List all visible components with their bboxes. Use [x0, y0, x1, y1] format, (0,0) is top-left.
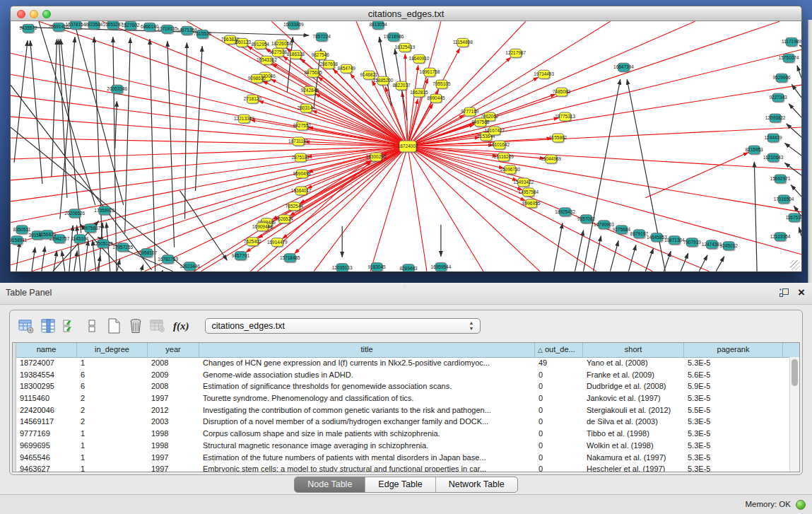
cell-in_degree[interactable]: 1 — [77, 428, 148, 440]
cell-in_degree[interactable]: 6 — [77, 380, 148, 392]
teal-node[interactable]: 20206526 — [64, 209, 85, 218]
teal-node[interactable]: 1527602 — [122, 21, 140, 30]
yellow-node[interactable]: 8822037 — [392, 81, 411, 90]
black-edge[interactable] — [69, 226, 73, 271]
cell-name[interactable]: 22420046 — [16, 404, 77, 416]
cell-title[interactable]: Corpus callosum shape and size in male p… — [199, 428, 535, 440]
float-panel-icon[interactable] — [779, 288, 789, 298]
black-edge[interactable] — [645, 248, 653, 271]
black-edge[interactable] — [594, 236, 601, 271]
teal-node[interactable]: 20053346 — [107, 85, 127, 94]
cell-short[interactable]: Franke et al. (2009) — [583, 369, 684, 381]
teal-node[interactable]: 7857224 — [313, 33, 331, 42]
black-edge[interactable] — [60, 37, 75, 219]
delete-icon[interactable] — [126, 317, 145, 335]
yellow-node[interactable]: 12213349 — [234, 115, 254, 124]
teal-node[interactable]: 16782759 — [158, 255, 178, 264]
column-header-title[interactable]: title — [199, 343, 535, 357]
stacked-rows-icon[interactable] — [83, 317, 101, 335]
black-edge[interactable] — [180, 191, 228, 260]
yellow-node[interactable]: 15044989 — [541, 155, 561, 164]
cell-title[interactable]: Investigating the contribution of common… — [199, 404, 535, 416]
cell-year[interactable]: 2008 — [148, 380, 199, 392]
black-edge[interactable] — [554, 223, 563, 271]
teal-node[interactable]: 9435572 — [19, 24, 37, 33]
teal-node[interactable]: 8679197 — [630, 230, 649, 239]
cell-in_degree[interactable]: 1 — [77, 357, 148, 369]
column-header-pagerank[interactable]: pagerank — [684, 343, 783, 357]
cell-year[interactable]: 1997 — [148, 452, 199, 464]
teal-node[interactable]: 7907919 — [683, 238, 702, 247]
yellow-node[interactable]: 18640910 — [409, 54, 430, 64]
red-edge[interactable] — [258, 146, 408, 238]
teal-node[interactable]: 30975887 — [80, 224, 100, 233]
yellow-node[interactable]: 16914479 — [267, 238, 288, 247]
cell-title[interactable]: Estimation of significance thresholds fo… — [199, 380, 535, 392]
cell-year[interactable]: 1997 — [148, 463, 199, 472]
yellow-node[interactable]: 8186328 — [287, 50, 305, 59]
teal-node[interactable]: 8813054 — [369, 21, 387, 30]
cell-in_degree[interactable]: 1 — [77, 463, 148, 472]
close-panel-icon[interactable]: × — [798, 286, 805, 299]
cell-pagerank[interactable]: 5.3E-5 — [684, 452, 783, 464]
red-edge[interactable] — [408, 146, 427, 271]
yellow-node[interactable]: 9242848 — [301, 86, 319, 95]
teal-node[interactable]: 8289443 — [399, 264, 418, 271]
scrollbar-thumb[interactable] — [792, 359, 798, 386]
column-header-year[interactable]: year — [148, 343, 199, 357]
cell-year[interactable]: 2008 — [148, 357, 199, 369]
cell-out_de[interactable]: 0 — [535, 369, 583, 381]
teal-node[interactable]: 12923446 — [180, 262, 200, 271]
cell-in_degree[interactable]: 2 — [77, 404, 148, 416]
teal-node[interactable]: 12035133 — [332, 264, 353, 271]
teal-node[interactable]: 16790903 — [594, 221, 614, 230]
yellow-node[interactable]: 18731181 — [288, 137, 309, 146]
function-builder-icon[interactable]: f(x) — [173, 320, 189, 332]
cell-out_de[interactable]: 0 — [535, 380, 583, 392]
cell-short[interactable]: de Silva et al. (2003) — [583, 416, 684, 428]
black-edge[interactable] — [32, 247, 35, 271]
black-edge[interactable] — [792, 84, 801, 98]
yellow-node[interactable]: 14957584 — [518, 188, 539, 197]
teal-node[interactable]: 19218986 — [384, 33, 404, 42]
black-edge[interactable] — [784, 143, 801, 156]
yellow-node[interactable]: 9526524 — [276, 215, 294, 224]
black-edge[interactable] — [789, 104, 801, 117]
tab-node-table[interactable]: Node Table — [295, 477, 365, 492]
teal-node[interactable]: 12093822 — [765, 114, 786, 123]
black-edge[interactable] — [754, 162, 757, 271]
cell-name[interactable]: 9465546 — [16, 452, 77, 464]
black-edge[interactable] — [94, 37, 102, 247]
cell-short[interactable]: Nakamura et al. (1997) — [583, 452, 684, 464]
network-view-window[interactable]: citations_edges.txt 18724007866012389129… — [10, 6, 802, 272]
table-row[interactable]: 1830029562008Estimation of significance … — [13, 380, 789, 392]
network-canvas[interactable]: 1872400786601238912954182260589827508165… — [10, 21, 802, 272]
cell-out_de[interactable]: 0 — [535, 416, 583, 428]
cell-out_de[interactable]: 0 — [535, 440, 583, 452]
yellow-node[interactable]: 16961758 — [420, 68, 440, 77]
red-edge[interactable] — [263, 81, 408, 146]
black-edge[interactable] — [163, 270, 163, 271]
black-edge[interactable] — [196, 46, 203, 191]
column-header-name[interactable]: name — [16, 343, 77, 357]
cell-short[interactable]: Jankovic et al. (1997) — [583, 392, 684, 404]
black-edge[interactable] — [584, 79, 620, 271]
cell-short[interactable]: Stergiakouli et al. (2012) — [583, 404, 684, 416]
cell-short[interactable]: Hescheler et al. (1997) — [583, 463, 684, 472]
cell-out_de[interactable]: 0 — [535, 392, 583, 404]
cell-pagerank[interactable]: 5.6E-5 — [684, 369, 783, 381]
yellow-node[interactable]: 16096730 — [500, 165, 520, 175]
red-edge[interactable] — [11, 146, 408, 201]
teal-node[interactable]: 1244419 — [764, 134, 782, 143]
cell-name[interactable]: 9777169 — [16, 428, 77, 440]
yellow-node[interactable]: 8912954 — [252, 40, 270, 49]
cell-pagerank[interactable]: 5.5E-5 — [684, 404, 783, 416]
yellow-node[interactable]: 7955105 — [433, 80, 451, 89]
cell-out_de[interactable]: 0 — [535, 404, 583, 416]
black-edge[interactable] — [85, 240, 88, 271]
black-edge[interactable] — [150, 39, 155, 271]
tab-edge-table[interactable]: Edge Table — [365, 477, 435, 492]
teal-node[interactable]: 17359928 — [94, 206, 114, 216]
black-edge[interactable] — [125, 37, 131, 233]
black-edge[interactable] — [77, 226, 81, 271]
